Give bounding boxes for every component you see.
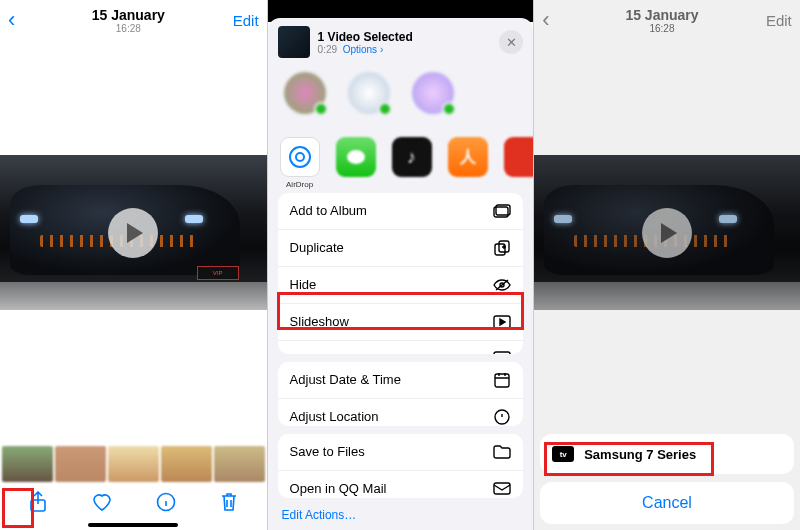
album-add-icon [493,202,511,220]
action-list-adjust: Adjust Date & Time Adjust Location [278,362,524,426]
airplay-picker: Samsung 7 Series Cancel [540,434,794,524]
nav-bar: ‹ 15 January 16:28 Edit [0,0,267,40]
device-name: Samsung 7 Series [584,447,696,462]
svg-rect-9 [495,374,509,387]
trash-icon[interactable] [219,491,239,517]
app-share[interactable] [446,137,490,183]
share-title-group: 1 Video Selected 0:29 Options › [318,30,492,55]
eye-slash-icon [493,276,511,294]
video-headlight [20,215,38,223]
contact-suggestion[interactable] [410,72,456,125]
action-add-to-album[interactable]: Add to Album [278,193,524,230]
info-icon[interactable] [156,492,176,516]
contact-suggestion[interactable] [346,72,392,125]
calendar-icon [493,371,511,389]
back-button[interactable]: ‹ [8,7,38,33]
apps-row: AirDrop [268,133,534,193]
thumbnail[interactable] [55,446,106,482]
app-label: AirDrop [278,180,322,189]
share-title: 1 Video Selected [318,30,492,44]
share-icon[interactable] [28,491,48,517]
airplay-device-list: Samsung 7 Series [540,434,794,474]
airplay-icon [493,350,511,354]
mail-icon [493,480,511,498]
action-airplay[interactable]: AirPlay [278,341,524,354]
action-label: Adjust Date & Time [290,372,401,387]
action-save-to-files[interactable]: Save to Files [278,434,524,471]
play-rectangle-icon [493,313,511,331]
video-floor-bg [0,282,267,310]
close-button[interactable]: ✕ [499,30,523,54]
app-share[interactable] [334,137,378,183]
heart-icon[interactable] [91,492,113,516]
action-label: AirPlay [290,351,331,354]
svg-rect-8 [494,352,510,354]
chevron-right-icon: › [380,44,383,55]
app-icon [392,137,432,177]
airplay-device[interactable]: Samsung 7 Series [540,436,794,472]
action-label: Open in QQ Mail [290,481,387,496]
location-icon [493,408,511,426]
screen-share-sheet: 1 Video Selected 0:29 Options › ✕ AirDro… [267,0,534,530]
share-sheet-header: 1 Video Selected 0:29 Options › ✕ [268,18,534,66]
action-slideshow[interactable]: Slideshow [278,304,524,341]
chevron-left-icon: ‹ [8,7,15,32]
tv-icon [552,446,574,462]
nav-title-group: 15 January 16:28 [38,7,219,34]
options-link[interactable]: Options [343,44,377,55]
folder-icon [493,443,511,461]
video-headlight [185,215,203,223]
app-airdrop[interactable]: AirDrop [278,137,322,183]
video-plate: VIP [197,266,239,280]
action-adjust-location[interactable]: Adjust Location [278,399,524,426]
thumbnail-strip[interactable] [0,446,267,482]
action-open-qqmail[interactable]: Open in QQ Mail [278,471,524,498]
app-icon [336,137,376,177]
svg-rect-11 [494,483,510,494]
action-label: Add to Album [290,203,367,218]
action-list-save: Save to Files Open in QQ Mail [278,434,524,498]
action-label: Save to Files [290,444,365,459]
app-share[interactable] [502,137,534,183]
app-share[interactable] [390,137,434,183]
nav-time: 16:28 [38,23,219,34]
action-list-photos: Add to Album Duplicate Hide Slideshow Ai… [278,193,524,354]
share-subtitle: 0:29 Options › [318,44,492,55]
thumbnail[interactable] [161,446,212,482]
action-label: Slideshow [290,314,349,329]
thumbnail[interactable] [108,446,159,482]
app-icon [504,137,534,177]
contacts-row [268,66,534,133]
app-icon [448,137,488,177]
close-icon: ✕ [506,35,517,50]
edit-actions-link[interactable]: Edit Actions… [268,506,534,530]
play-icon[interactable] [108,208,158,258]
action-adjust-date[interactable]: Adjust Date & Time [278,362,524,399]
action-label: Adjust Location [290,409,379,424]
edit-button[interactable]: Edit [219,12,259,29]
action-label: Duplicate [290,240,344,255]
share-duration: 0:29 [318,44,337,55]
nav-date: 15 January [38,7,219,23]
cancel-button[interactable]: Cancel [540,482,794,524]
home-indicator [88,523,178,527]
share-sheet: 1 Video Selected 0:29 Options › ✕ AirDro… [268,18,534,530]
action-label: Hide [290,277,317,292]
screen-photo-detail: ‹ 15 January 16:28 Edit VIP [0,0,267,530]
action-duplicate[interactable]: Duplicate [278,230,524,267]
thumbnail[interactable] [214,446,265,482]
share-preview-thumb [278,26,310,58]
thumbnail[interactable] [2,446,53,482]
duplicate-icon [493,239,511,257]
action-hide[interactable]: Hide [278,267,524,304]
contact-suggestion[interactable] [282,72,328,125]
video-preview[interactable]: VIP [0,155,267,310]
screen-airplay-picker: ‹ 15 January 16:28 Edit Samsung 7 Series… [533,0,800,530]
airdrop-icon [280,137,320,177]
